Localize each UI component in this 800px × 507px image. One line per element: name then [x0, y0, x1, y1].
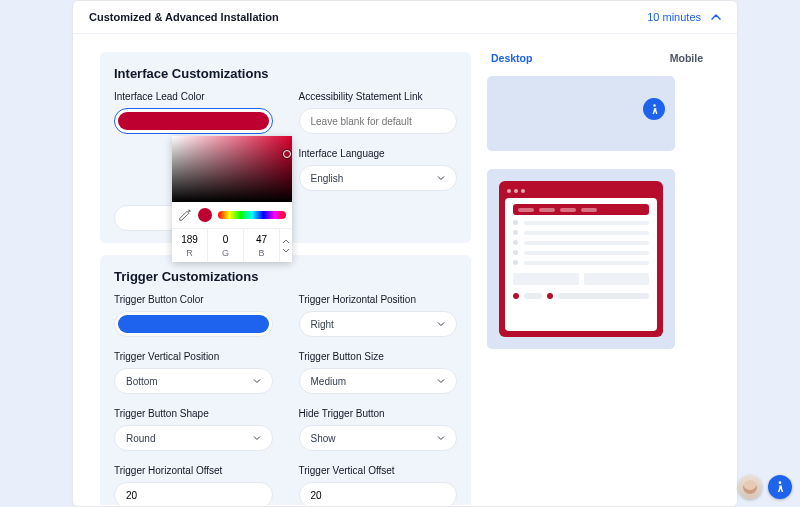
preview-tabs: Desktop Mobile: [487, 52, 737, 66]
g-label: G: [208, 248, 243, 262]
caret-down-icon: [253, 377, 261, 385]
floating-badges: [738, 475, 792, 499]
trigger-size-label: Trigger Button Size: [299, 351, 458, 362]
trigger-size-select[interactable]: Medium: [299, 368, 458, 394]
trigger-voff-value[interactable]: [311, 490, 446, 501]
accessibility-trigger-preview: [643, 98, 665, 120]
accessibility-badge[interactable]: [768, 475, 792, 499]
avatar-badge[interactable]: [738, 475, 762, 499]
interface-heading: Interface Customizations: [114, 66, 457, 81]
accessibility-link-label: Accessibility Statement Link: [299, 91, 458, 102]
color-picker[interactable]: 189 R 0 G 47 B: [172, 136, 292, 262]
caret-down-icon: [437, 174, 445, 182]
trigger-shape-label: Trigger Button Shape: [114, 408, 273, 419]
settings-column: Interface Customizations Interface Lead …: [73, 34, 487, 505]
caret-down-icon: [437, 434, 445, 442]
eyedropper-icon[interactable]: [178, 208, 192, 222]
chevron-up-icon[interactable]: [711, 12, 721, 22]
language-value: English: [311, 173, 344, 184]
card-title: Customized & Advanced Installation: [89, 11, 279, 23]
current-color-dot: [198, 208, 212, 222]
installation-card: Customized & Advanced Installation 10 mi…: [72, 0, 738, 507]
trigger-heading: Trigger Customizations: [114, 269, 457, 284]
accessibility-link-text[interactable]: [311, 116, 446, 127]
styled-preview: [487, 169, 675, 349]
trigger-hoff-value[interactable]: [126, 490, 261, 501]
saturation-value-area[interactable]: [172, 136, 292, 202]
lead-color-field[interactable]: [114, 108, 273, 134]
trigger-size-value: Medium: [311, 376, 347, 387]
trigger-hpos-select[interactable]: Right: [299, 311, 458, 337]
trigger-panel: Trigger Customizations Trigger Button Co…: [100, 255, 471, 505]
trigger-vpos-select[interactable]: Bottom: [114, 368, 273, 394]
caret-down-icon: [253, 434, 261, 442]
trigger-hide-select[interactable]: Show: [299, 425, 458, 451]
desktop-preview: [487, 76, 675, 151]
caret-down-icon: [437, 320, 445, 328]
caret-down-icon: [437, 377, 445, 385]
trigger-shape-value: Round: [126, 433, 155, 444]
r-label: R: [172, 248, 207, 262]
trigger-hoff-label: Trigger Horizontal Offset: [114, 465, 273, 476]
trigger-hpos-value: Right: [311, 319, 334, 330]
chevron-down-icon: [280, 246, 292, 255]
trigger-vpos-value: Bottom: [126, 376, 158, 387]
sv-cursor[interactable]: [283, 150, 291, 158]
b-input[interactable]: 47: [244, 229, 279, 248]
r-input[interactable]: 189: [172, 229, 207, 248]
window-controls-icon: [505, 187, 657, 198]
card-header: Customized & Advanced Installation 10 mi…: [73, 1, 737, 34]
trigger-hide-label: Hide Trigger Button: [299, 408, 458, 419]
tab-mobile[interactable]: Mobile: [670, 52, 703, 66]
language-select[interactable]: English: [299, 165, 458, 191]
trigger-color-swatch: [118, 315, 269, 333]
accessibility-icon: [648, 103, 661, 116]
lead-color-swatch: [118, 112, 269, 130]
preview-column: Desktop Mobile: [487, 34, 737, 505]
trigger-color-field[interactable]: [114, 311, 273, 337]
mock-nav: [513, 204, 649, 215]
tab-desktop[interactable]: Desktop: [491, 52, 532, 66]
g-input[interactable]: 0: [208, 229, 243, 248]
b-label: B: [244, 248, 279, 262]
trigger-hide-value: Show: [311, 433, 336, 444]
trigger-hoff-input[interactable]: [114, 482, 273, 505]
svg-point-0: [653, 104, 655, 106]
language-label: Interface Language: [299, 148, 458, 159]
estimated-time: 10 minutes: [647, 11, 701, 23]
accessibility-icon: [773, 480, 787, 494]
trigger-voff-input[interactable]: [299, 482, 458, 505]
trigger-shape-select[interactable]: Round: [114, 425, 273, 451]
mock-window: [499, 181, 663, 337]
trigger-vpos-label: Trigger Vertical Position: [114, 351, 273, 362]
accessibility-link-input[interactable]: [299, 108, 458, 134]
chevron-up-icon: [280, 237, 292, 246]
trigger-color-label: Trigger Button Color: [114, 294, 273, 305]
trigger-voff-label: Trigger Vertical Offset: [299, 465, 458, 476]
hue-slider[interactable]: [218, 211, 286, 219]
svg-point-1: [779, 481, 782, 484]
lead-color-label: Interface Lead Color: [114, 91, 273, 102]
rgb-inputs: 189 R 0 G 47 B: [172, 228, 292, 262]
format-stepper[interactable]: [280, 229, 292, 262]
trigger-hpos-label: Trigger Horizontal Position: [299, 294, 458, 305]
